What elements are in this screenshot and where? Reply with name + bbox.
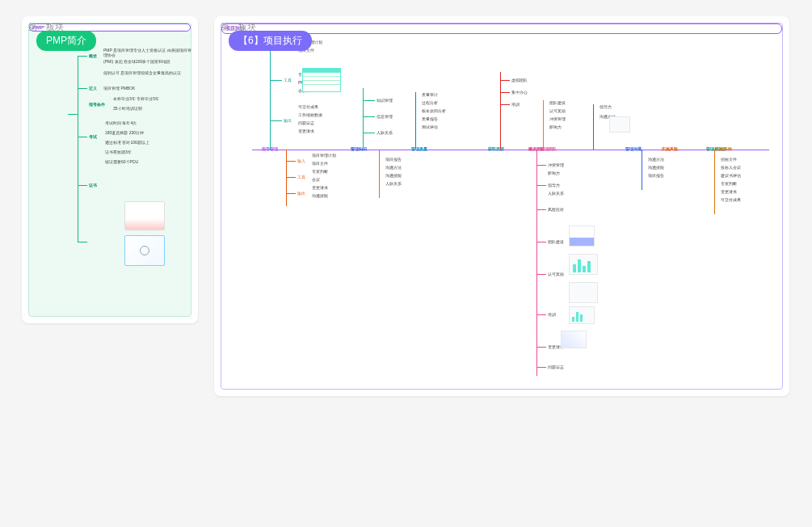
chart-thumb-6 — [561, 331, 587, 348]
table-thumb — [302, 68, 341, 92]
tag-pmp: PMP简介 — [36, 31, 96, 51]
card-pmp-intro[interactable]: 第一板块 PMP简介 PMP 概述 PMP 是项目管理专业人士资格认证 由美国项… — [22, 16, 198, 323]
branch-exam: 考试 — [89, 134, 97, 139]
branch-req: 报考条件 — [89, 102, 105, 107]
branch-overview: 概述 — [89, 53, 97, 58]
mindmap-right: 项目执行 指导管理 管理知识 获取资源 建设团队 管理沟通 实施风险 管理相关方… — [221, 23, 783, 390]
chart-thumb-5 — [569, 306, 595, 324]
chart-thumb-4 — [569, 282, 598, 303]
card-project-exec[interactable]: 第三板块 【6】项目执行 项目执行 指导管理 管理知识 获取资源 建设团队 管理… — [214, 16, 789, 396]
cert-image-2 — [124, 235, 165, 266]
tag-exec: 【6】项目执行 — [229, 31, 312, 51]
chart-thumb-2 — [569, 226, 595, 247]
chart-thumb-3 — [569, 254, 598, 275]
cert-image-1 — [124, 201, 165, 230]
branch-def: 定义 — [89, 86, 97, 91]
mindmap-left: PMP 概述 PMP 是项目管理专业人士资格认证 由美国项目管理协会 (PMI)… — [28, 23, 191, 317]
branch-cert: 证书 — [89, 183, 97, 188]
chart-thumb-1 — [609, 116, 630, 133]
